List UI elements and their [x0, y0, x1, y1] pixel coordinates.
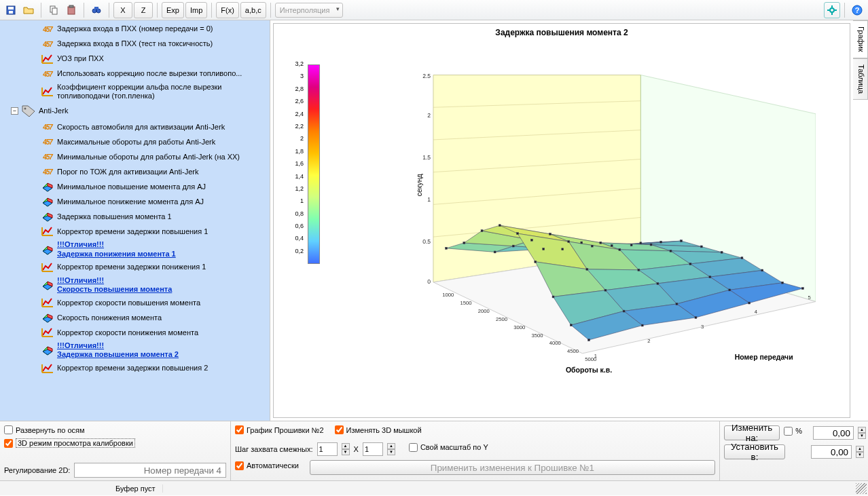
- x-axis-label: Обороты к.в.: [566, 366, 612, 374]
- tree-item-label: Корректор времени задержки понижения 1: [57, 263, 206, 271]
- tree-item[interactable]: Задержка повышения момента 1: [0, 209, 270, 224]
- tree-item[interactable]: Корректор скорости понижения момента: [0, 325, 270, 340]
- svg-rect-103: [570, 324, 572, 326]
- tree-item[interactable]: 457Порог по ТОЖ для активизации Anti-Jer…: [0, 164, 270, 179]
- chart2d-icon: [41, 297, 54, 309]
- percent-checkbox[interactable]: %: [784, 427, 802, 436]
- copy-icon[interactable]: [46, 2, 62, 18]
- tree-item[interactable]: !!!Отличия!!!Скорость повышения момента: [0, 275, 270, 295]
- tree-item[interactable]: Скорость понижения момента: [0, 310, 270, 325]
- tree-item-label: Минимальные обороты для работы Anti-Jerk…: [57, 153, 240, 161]
- chart-panel: Задержка повышения момента 2 3,232,82,62…: [270, 20, 868, 421]
- tree-item-label: !!!Отличия!!!Задержка повышения момента …: [57, 341, 179, 359]
- tree-item[interactable]: Корректор скорости повышения момента: [0, 295, 270, 310]
- fx-button[interactable]: F(x): [216, 2, 239, 18]
- tab-graph[interactable]: График: [853, 20, 868, 58]
- svg-rect-122: [695, 317, 697, 319]
- chart-title: Задержка повышения момента 2: [274, 28, 850, 37]
- svg-text:2.5: 2.5: [422, 73, 431, 79]
- svg-rect-102: [552, 296, 554, 298]
- axis-x-button[interactable]: X: [113, 2, 132, 18]
- step-x-input[interactable]: 1: [317, 442, 338, 456]
- gear-icon[interactable]: [824, 2, 840, 18]
- tree-item[interactable]: !!!Отличия!!!Задержка понижения момента …: [0, 239, 270, 259]
- tree-scroll[interactable]: 457Задержка входа в ПХХ (номер передачи …: [0, 20, 270, 421]
- step-y-spinner[interactable]: ▲▼: [387, 443, 395, 455]
- value-457-icon: 457: [41, 151, 54, 163]
- svg-rect-100: [517, 233, 519, 235]
- svg-rect-136: [721, 251, 723, 253]
- svg-text:3: 3: [701, 324, 704, 330]
- mode3d-checkbox[interactable]: 3D режим просмотра калибровки: [4, 438, 135, 448]
- svg-rect-104: [588, 339, 590, 341]
- tree-item[interactable]: Корректор времени задержки понижения 1: [0, 260, 270, 275]
- tab-table[interactable]: Таблица: [853, 58, 868, 100]
- fw2-checkbox[interactable]: График Прошивки №2: [235, 425, 324, 434]
- svg-text:2: 2: [647, 338, 650, 344]
- tree-item[interactable]: Минимальное повышение момента для AJ: [0, 179, 270, 194]
- chart-box[interactable]: Задержка повышения момента 2 3,232,82,62…: [273, 23, 850, 418]
- axis-z-button[interactable]: Z: [134, 2, 153, 18]
- svg-text:1500: 1500: [460, 300, 472, 306]
- tree-item[interactable]: УОЗ при ПХХ: [0, 52, 270, 66]
- tree-item[interactable]: 457Задержка входа в ПХХ (тест на токсичн…: [0, 37, 270, 52]
- tree-group-antijerk[interactable]: − Anti-Jerk: [0, 102, 270, 119]
- change-to-button[interactable]: Изменить на:: [724, 425, 780, 440]
- step-y-input[interactable]: 1: [363, 442, 383, 456]
- tree-item[interactable]: 457Использовать коррекцию после вырезки …: [0, 66, 270, 81]
- mode3d-label: 3D режим просмотра калибровки: [16, 438, 135, 448]
- reg2d-label: Регулирование 2D:: [4, 466, 70, 474]
- own-scale-checkbox[interactable]: Свой масштаб по Y: [409, 443, 488, 452]
- save-icon[interactable]: [3, 2, 19, 18]
- paste-icon[interactable]: [63, 2, 79, 18]
- step-label: Шаг захвата смежных:: [235, 445, 313, 453]
- svg-rect-106: [512, 245, 514, 247]
- abc-button[interactable]: a,b,c: [240, 2, 266, 18]
- export-button[interactable]: Exp: [162, 2, 184, 18]
- interpolation-dropdown[interactable]: Интерполяция: [275, 3, 343, 18]
- resize-grip-icon[interactable]: [856, 483, 867, 494]
- open-folder-icon[interactable]: [20, 2, 37, 18]
- help-icon[interactable]: ?: [849, 2, 865, 18]
- collapse-icon[interactable]: −: [11, 107, 18, 115]
- tree-item[interactable]: Коэффициент коррекции альфа после вырезк…: [0, 81, 270, 102]
- expand-axes-checkbox[interactable]: Развернуть по осям: [4, 425, 85, 434]
- svg-text:1000: 1000: [442, 292, 454, 298]
- chart2d-icon: [41, 53, 54, 65]
- svg-rect-129: [709, 276, 711, 278]
- svg-rect-130: [729, 289, 731, 291]
- svg-rect-125: [630, 244, 632, 246]
- svg-rect-133: [660, 241, 662, 243]
- svg-text:4500: 4500: [567, 348, 579, 354]
- binoculars-icon[interactable]: [88, 2, 105, 18]
- svg-rect-99: [499, 225, 501, 227]
- svg-rect-139: [782, 282, 784, 284]
- reg2d-input[interactable]: [74, 463, 226, 478]
- auto-checkbox[interactable]: Автоматически: [235, 461, 299, 470]
- bottom-panel: Развернуть по осям 3D режим просмотра ка…: [0, 421, 868, 480]
- svg-text:?: ?: [855, 6, 860, 14]
- tree-item[interactable]: Корректор времени задержки повышения 1: [0, 224, 270, 239]
- svg-rect-114: [543, 248, 545, 250]
- mouse3d-checkbox[interactable]: Изменять 3D мышкой: [335, 425, 422, 434]
- own-scale-label: Свой масштаб по Y: [420, 443, 488, 451]
- step-x-spinner[interactable]: ▲▼: [342, 443, 350, 455]
- tree-item[interactable]: Минимальное понижение момента для AJ: [0, 194, 270, 209]
- mouse3d-label: Изменять 3D мышкой: [346, 426, 422, 434]
- tree-item-label: Корректор времени задержки повышения 1: [57, 227, 208, 236]
- svg-text:3000: 3000: [513, 324, 525, 330]
- change-to-value[interactable]: [813, 426, 854, 440]
- svg-point-10: [830, 8, 834, 12]
- tree-item[interactable]: !!!Отличия!!!Задержка повышения момента …: [0, 340, 270, 360]
- tree-item[interactable]: 457Минимальные обороты для работы Anti-J…: [0, 149, 270, 164]
- set-to-button[interactable]: Установить в:: [724, 444, 785, 459]
- set-to-value[interactable]: [811, 445, 852, 459]
- change-to-spinner[interactable]: ▲▼: [858, 427, 866, 439]
- set-to-spinner[interactable]: ▲▼: [856, 446, 864, 458]
- tree-item[interactable]: 457Скорость автомобиля для активизации A…: [0, 119, 270, 134]
- tree-item[interactable]: Корректор времени задержки повышения 2: [0, 361, 270, 376]
- apply-fw1-button[interactable]: Применить изменения к Прошивке №1: [310, 460, 715, 475]
- tree-item[interactable]: 457Задержка входа в ПХХ (номер передачи …: [0, 22, 270, 37]
- tree-item[interactable]: 457Максимальные обороты для работы Anti-…: [0, 134, 270, 149]
- import-button[interactable]: Imp: [185, 2, 207, 18]
